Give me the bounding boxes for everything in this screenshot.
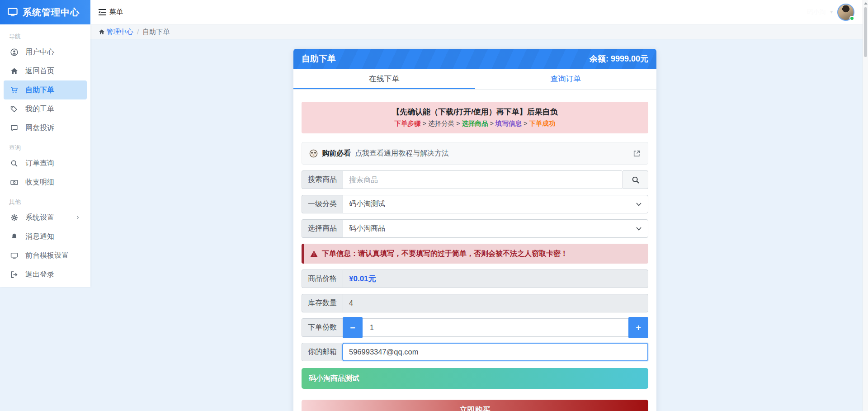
order-step: 选择分类 <box>428 120 454 127</box>
card-header: 自助下单 余额: 9999.00元 <box>293 49 656 69</box>
email-group: 你的邮箱 <box>302 343 648 361</box>
username-label[interactable]: 码小淘 <box>807 8 826 16</box>
category-group: 一级分类 码小淘测试 <box>302 195 648 213</box>
sidebar-section-nav: 导航 <box>0 26 90 43</box>
sidebar-item-label: 返回首页 <box>25 66 54 76</box>
category-label: 一级分类 <box>302 195 343 213</box>
sidebar-item-self-order[interactable]: 自助下单 <box>4 80 87 99</box>
sidebar-item-label: 收支明细 <box>25 178 54 187</box>
product-selected-value: 码小淘商品 <box>349 224 385 233</box>
card-body: 【先确认能（下载/打开/使用）再下单】后果自负 下单步骤 > 选择分类 > 选择… <box>293 90 656 411</box>
guide-emoji-icon <box>309 149 318 158</box>
sidebar-section-other: 其他 <box>0 192 90 208</box>
sidebar-item-label: 消息通知 <box>25 232 54 241</box>
sidebar-item-label: 退出登录 <box>25 270 54 279</box>
sidebar-item-notifications[interactable]: 消息通知 <box>4 227 87 246</box>
comment-icon <box>10 124 18 132</box>
sidebar-item-label: 系统设置 <box>25 213 54 222</box>
quantity-input[interactable] <box>363 318 628 337</box>
sidebar-item-template-settings[interactable]: 前台模板设置 <box>4 246 87 265</box>
order-step: 选择商品 <box>462 120 488 127</box>
quantity-label: 下单份数 <box>302 318 343 337</box>
sidebar-item-logout[interactable]: 退出登录 <box>4 265 87 284</box>
email-label: 你的邮箱 <box>302 343 343 361</box>
stock-field: 4 <box>343 294 648 312</box>
bell-icon <box>10 233 18 241</box>
breadcrumb-home-label: 管理中心 <box>106 28 133 36</box>
price-label: 商品价格 <box>302 269 343 288</box>
quantity-plus-button[interactable]: + <box>628 317 648 338</box>
menu-toggle-label: 菜单 <box>109 8 123 16</box>
tab-query-order[interactable]: 查询订单 <box>475 69 657 89</box>
chevron-down-icon <box>636 203 642 206</box>
monitor-icon <box>7 7 18 17</box>
warning-triangle-icon <box>310 250 318 257</box>
search-button[interactable] <box>623 170 648 189</box>
online-status-dot <box>849 16 854 21</box>
quantity-group: 下单份数 − + <box>302 318 648 337</box>
sidebar-item-label: 前台模板设置 <box>25 251 69 260</box>
tab-bar: 在线下单 查询订单 <box>293 69 656 90</box>
user-circle-icon <box>10 48 18 56</box>
order-step: 下单成功 <box>529 120 556 127</box>
sidebar-item-order-query[interactable]: 订单查询 <box>4 154 87 173</box>
sidebar-item-tickets[interactable]: 我的工单 <box>4 99 87 118</box>
warning-text: 下单信息：请认真填写，不要填写的过于简单，否则会被不法之人窃取卡密！ <box>322 249 568 259</box>
category-selected-value: 码小淘测试 <box>349 199 385 209</box>
order-info-warning: 下单信息：请认真填写，不要填写的过于简单，否则会被不法之人窃取卡密！ <box>302 244 648 264</box>
user-caret-icon: ▾ <box>830 9 833 15</box>
chevron-right-icon <box>75 215 80 220</box>
product-select[interactable]: 码小淘商品 <box>343 219 648 238</box>
scrollbar-thumb[interactable] <box>864 7 867 57</box>
price-value: ¥0.01元 <box>349 274 376 284</box>
brand-header: 系统管理中心 <box>0 0 90 24</box>
stock-group: 库存数量 4 <box>302 294 648 312</box>
breadcrumb-separator: / <box>137 28 139 36</box>
order-steps: 下单步骤 > 选择分类 > 选择商品 > 填写信息 > 下单成功 <box>306 119 644 128</box>
sidebar: 导航 用户中心 返回首页 自助下单 我的工单 网盘投诉 查询 订 <box>0 24 90 287</box>
chevron-down-icon <box>636 227 642 231</box>
desktop-icon <box>10 252 18 260</box>
breadcrumb: 管理中心 / 自助下单 <box>90 24 863 39</box>
sidebar-item-label: 网盘投诉 <box>25 123 54 133</box>
quantity-minus-button[interactable]: − <box>343 317 363 338</box>
topbar: 菜单 码小淘 ▾ <box>90 0 863 24</box>
cart-icon <box>10 86 18 94</box>
external-link-icon <box>633 150 641 157</box>
stock-value: 4 <box>349 299 353 307</box>
product-label: 选择商品 <box>302 219 343 238</box>
app-title: 系统管理中心 <box>23 6 80 19</box>
purchase-notice-alert: 【先确认能（下载/打开/使用）再下单】后果自负 下单步骤 > 选择分类 > 选择… <box>302 102 648 133</box>
search-product-input[interactable] <box>343 170 623 189</box>
sidebar-section-query: 查询 <box>0 137 90 154</box>
breadcrumb-home-link[interactable]: 管理中心 <box>99 28 133 36</box>
sidebar-item-complaints[interactable]: 网盘投诉 <box>4 118 87 137</box>
tab-online-order[interactable]: 在线下单 <box>293 69 475 89</box>
avatar[interactable] <box>837 4 854 21</box>
sidebar-item-label: 自助下单 <box>25 85 54 95</box>
category-select[interactable]: 码小淘测试 <box>343 195 648 213</box>
search-product-group: 搜索商品 <box>302 170 648 189</box>
email-field[interactable] <box>342 343 648 361</box>
card-title: 自助下单 <box>302 53 336 65</box>
scrollbar-up-arrow[interactable] <box>864 2 868 5</box>
sidebar-item-user-center[interactable]: 用户中心 <box>4 43 87 61</box>
sidebar-item-label: 用户中心 <box>25 47 54 57</box>
sidebar-item-label: 我的工单 <box>25 104 54 114</box>
search-icon <box>632 176 640 184</box>
buy-now-button[interactable]: 立即购买 <box>302 400 648 411</box>
home-icon <box>10 67 18 75</box>
product-description-banner: 码小淘商品测试 <box>302 368 648 389</box>
pre-purchase-guide-link[interactable]: 购前必看 点我查看通用教程与解决方法 <box>302 142 648 165</box>
tags-icon <box>10 105 18 113</box>
sidebar-item-home[interactable]: 返回首页 <box>4 61 87 80</box>
page-scrollbar[interactable] <box>863 0 868 411</box>
stock-label: 库存数量 <box>302 294 343 312</box>
outdent-menu-icon <box>99 9 106 15</box>
sidebar-item-transactions[interactable]: 收支明细 <box>4 173 87 192</box>
breadcrumb-current: 自助下单 <box>142 28 170 36</box>
price-group: 商品价格 ¥0.01元 <box>302 269 648 288</box>
sidebar-item-settings[interactable]: 系统设置 <box>4 208 87 227</box>
menu-toggle-button[interactable]: 菜单 <box>99 8 123 16</box>
home-icon <box>99 29 105 35</box>
